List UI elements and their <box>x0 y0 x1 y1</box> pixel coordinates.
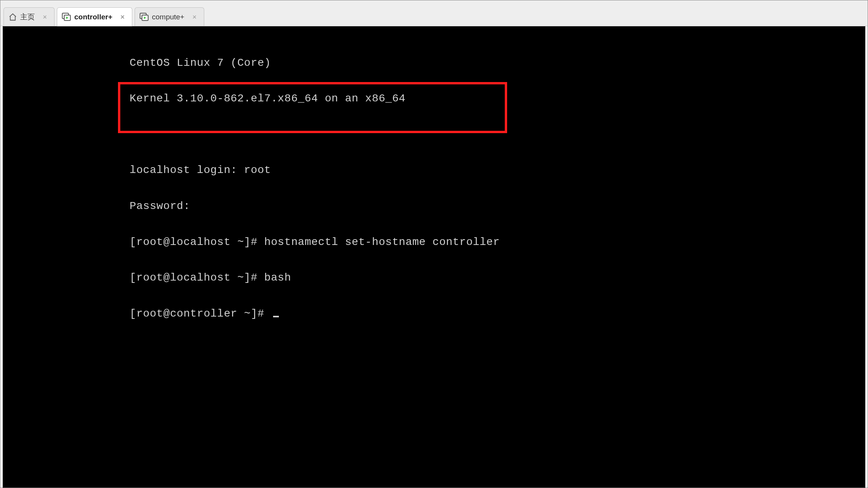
console-line: [root@localhost ~]# hostnamectl set-host… <box>3 236 865 248</box>
tab-bar: 主页 × controller+ × <box>0 0 868 26</box>
console-line: Kernel 3.10.0-862.el7.x86_64 on an x86_6… <box>3 93 865 105</box>
console-line: CentOS Linux 7 (Core) <box>3 57 865 69</box>
tab-compute[interactable]: compute+ × <box>135 7 204 26</box>
tab-controller[interactable]: controller+ × <box>57 7 132 26</box>
console-prompt-line: [root@controller ~]# <box>3 308 865 320</box>
close-icon[interactable]: × <box>191 13 198 21</box>
close-icon[interactable]: × <box>119 13 126 21</box>
home-icon <box>9 13 17 21</box>
tab-label: 主页 <box>20 12 35 22</box>
console-line: Password: <box>3 200 865 212</box>
vm-icon <box>140 13 149 21</box>
cursor-icon <box>273 316 279 317</box>
console-line <box>3 129 865 141</box>
close-icon[interactable]: × <box>41 13 49 21</box>
console-line-text: [root@controller ~]# <box>130 308 271 320</box>
terminal-console[interactable]: CentOS Linux 7 (Core) Kernel 3.10.0-862.… <box>0 26 868 488</box>
console-line: [root@localhost ~]# bash <box>3 272 865 284</box>
console-line: localhost login: root <box>3 164 865 176</box>
annotation-highlight-box <box>118 82 507 133</box>
tab-home[interactable]: 主页 × <box>3 7 55 26</box>
app-window: 主页 × controller+ × <box>0 0 868 488</box>
tab-label: compute+ <box>152 13 185 21</box>
vm-icon <box>62 13 71 21</box>
tab-label: controller+ <box>74 13 113 21</box>
